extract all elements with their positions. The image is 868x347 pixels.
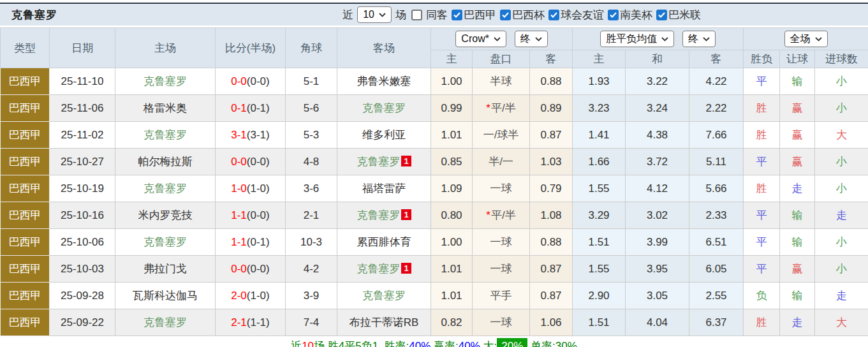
away-team-cell[interactable]: 福塔雷萨: [337, 175, 431, 202]
away-team-cell[interactable]: 克鲁塞罗: [337, 283, 431, 309]
away-team-cell[interactable]: 克鲁塞罗: [337, 95, 431, 122]
crow-away-odds-cell: 0.79: [530, 175, 573, 202]
home-team-cell[interactable]: 弗拉门戈: [115, 256, 216, 283]
title-bar: 克鲁塞罗 近 10 场 同客 巴西甲巴西杯球会友谊南美杯巴米联: [0, 3, 868, 26]
mean-draw-odds-cell: 4.38: [626, 122, 689, 149]
result-cell: 胜: [744, 122, 780, 149]
away-team-cell[interactable]: 克鲁塞罗1: [337, 256, 431, 283]
handicap-result-cell: 赢: [780, 95, 815, 122]
odds-time-select[interactable]: 终: [515, 31, 548, 47]
halftime-score: (1-0): [247, 290, 270, 302]
home-team-name[interactable]: 克鲁塞罗: [143, 236, 187, 248]
mean-draw-odds-cell: 3.99: [626, 229, 689, 256]
mean-odds-select[interactable]: 胜平负均值: [600, 31, 674, 47]
date-cell: 25-11-06: [50, 95, 115, 122]
home-team-name[interactable]: 瓦斯科达伽马: [133, 290, 198, 302]
mean-draw-odds-cell: 3.95: [626, 256, 689, 283]
home-team-name[interactable]: 米内罗竞技: [138, 209, 193, 221]
home-team-name[interactable]: 格雷米奥: [143, 102, 187, 114]
odds-provider-select[interactable]: Crow*: [455, 31, 506, 47]
home-team-cell[interactable]: 格雷米奥: [115, 95, 216, 122]
goals-result-cell: 走: [815, 202, 868, 229]
scope-select[interactable]: 全场: [784, 31, 828, 47]
away-team-name[interactable]: 克鲁塞罗: [362, 102, 406, 114]
halftime-score: (0-0): [247, 209, 270, 221]
away-team-name[interactable]: 克鲁塞罗: [357, 156, 400, 168]
home-team-cell[interactable]: 克鲁塞罗: [115, 175, 216, 202]
crow-home-odds-cell: 1.01: [431, 283, 473, 309]
home-team-name[interactable]: 克鲁塞罗: [143, 129, 187, 141]
away-team-name[interactable]: 克鲁塞罗: [357, 263, 400, 275]
competition-label: 巴西甲: [464, 8, 496, 22]
away-team-name[interactable]: 维多利亚: [362, 129, 406, 141]
near-count-select[interactable]: 10: [357, 6, 392, 23]
away-team-name[interactable]: 克鲁塞罗: [357, 209, 400, 221]
home-team-cell[interactable]: 克鲁塞罗: [115, 229, 216, 256]
crow-away-odds-cell: 0.88: [530, 68, 573, 95]
away-team-cell[interactable]: 布拉干蒂诺RB: [337, 309, 431, 336]
competition-checkbox[interactable]: [656, 10, 667, 20]
summary-segment: 近: [291, 339, 302, 347]
competition-checkbox[interactable]: [548, 10, 559, 20]
halftime-score: (0-0): [247, 263, 270, 275]
away-team-cell[interactable]: 维多利亚: [337, 122, 431, 149]
away-team-cell[interactable]: 累西腓体育: [337, 229, 431, 256]
league-cell: 巴西甲: [1, 256, 50, 283]
team-title: 克鲁塞罗: [11, 8, 57, 22]
home-team-name[interactable]: 克鲁塞罗: [143, 316, 187, 329]
home-team-cell[interactable]: 米内罗竞技: [115, 202, 216, 229]
competition-checkbox[interactable]: [500, 10, 511, 20]
mean-home-odds-cell: 2.90: [573, 283, 626, 309]
chevron-down-icon: [661, 37, 668, 41]
home-team-cell[interactable]: 克鲁塞罗: [115, 68, 216, 95]
handicap-cell: 一球: [473, 229, 530, 256]
score-cell: 0-0(0-0): [216, 149, 286, 175]
halftime-score: (1-0): [247, 182, 270, 195]
home-team-name[interactable]: 弗拉门戈: [143, 263, 187, 275]
competition-checkbox[interactable]: [608, 10, 619, 20]
crow-home-odds-cell: 0.82: [431, 309, 473, 336]
halftime-score: (0-1): [247, 102, 270, 114]
away-team-cell[interactable]: 克鲁塞罗1: [337, 149, 431, 175]
crow-home-odds-cell: 0.80: [431, 202, 473, 229]
home-team-name[interactable]: 克鲁塞罗: [143, 182, 187, 195]
mean-time-value: 终: [688, 33, 698, 45]
home-team-cell[interactable]: 瓦斯科达伽马: [115, 283, 216, 309]
competition-checkbox[interactable]: [452, 10, 462, 20]
fulltime-score: 2-0: [231, 290, 247, 302]
mean-away-odds-cell: 7.66: [689, 122, 744, 149]
goals-result-cell: 小: [815, 95, 868, 122]
away-team-cell[interactable]: 弗鲁米嫩塞: [337, 68, 431, 95]
away-team-cell[interactable]: 克鲁塞罗1: [337, 202, 431, 229]
handicap-result-cell: 输: [780, 283, 815, 309]
home-team-cell[interactable]: 帕尔梅拉斯: [115, 149, 216, 175]
subheader-mean-draw: 和: [626, 50, 689, 68]
away-team-name[interactable]: 累西腓体育: [357, 236, 411, 248]
subheader-crow-away: 客: [530, 50, 573, 68]
check-icon: [502, 12, 509, 18]
corners-cell: 4-8: [286, 149, 337, 175]
mean-away-odds-cell: 5.66: [689, 175, 744, 202]
home-team-cell[interactable]: 克鲁塞罗: [115, 309, 216, 336]
handicap-result-cell: 输: [780, 229, 815, 256]
date-cell: 25-10-03: [50, 256, 115, 283]
away-team-name[interactable]: 布拉干蒂诺RB: [349, 316, 419, 329]
away-team-name[interactable]: 弗鲁米嫩塞: [357, 75, 411, 87]
competition-label: 巴西杯: [512, 8, 545, 22]
mean-time-select[interactable]: 终: [682, 31, 716, 47]
mean-draw-odds-cell: 3.02: [626, 202, 689, 229]
home-team-name[interactable]: 帕尔梅拉斯: [138, 156, 193, 168]
goals-result-cell: 走: [815, 283, 868, 309]
crow-away-odds-cell: 1.08: [530, 202, 573, 229]
home-team-cell[interactable]: 克鲁塞罗: [115, 122, 216, 149]
competition-label: 球会友谊: [561, 8, 604, 22]
league-cell: 巴西甲: [1, 68, 50, 95]
home-team-name[interactable]: 克鲁塞罗: [143, 75, 187, 87]
away-team-name[interactable]: 福塔雷萨: [362, 182, 406, 195]
league-cell: 巴西甲: [1, 229, 50, 256]
same-opponent-checkbox[interactable]: [411, 10, 422, 20]
scope-group-header: 全场: [744, 28, 868, 50]
chevron-down-icon: [379, 13, 386, 17]
away-team-name[interactable]: 克鲁塞罗: [362, 290, 406, 302]
date-cell: 25-09-22: [50, 309, 115, 336]
